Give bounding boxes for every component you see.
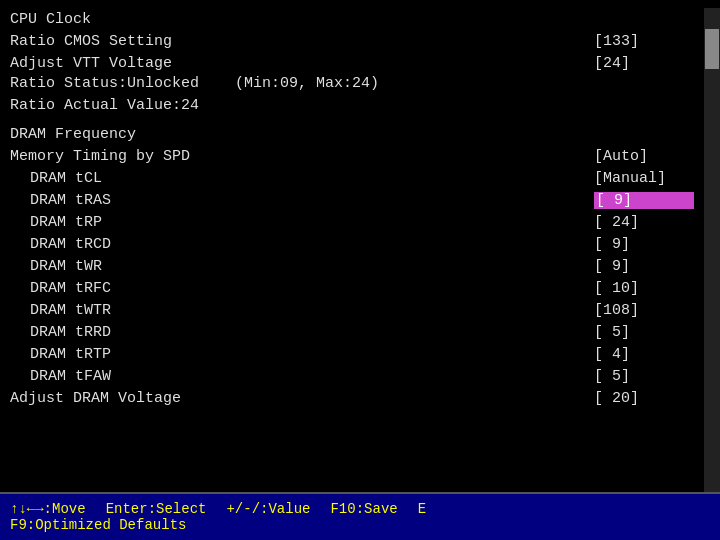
memory-timing-value: [Auto]: [594, 148, 694, 165]
dram-tcl-value: [Manual]: [594, 170, 694, 187]
dram-tfaw-value: [ 5]: [594, 368, 694, 385]
dram-tras-value: [ 9]: [594, 192, 694, 209]
dram-trfc-value: [ 10]: [594, 280, 694, 297]
dram-tcl-label: DRAM tCL: [10, 170, 102, 187]
scrollbar[interactable]: [704, 8, 720, 492]
status-bar-row1: ↑↓←→:Move Enter:Select +/-/:Value F10:Sa…: [10, 501, 710, 517]
ratio-cmos-value: [133]: [594, 33, 694, 50]
dram-trcd-row[interactable]: DRAM tRCD [ 9]: [10, 233, 694, 255]
enter-hint: Enter:Select: [106, 501, 207, 517]
dram-trrd-row[interactable]: DRAM tRRD [ 5]: [10, 321, 694, 343]
main-content: CPU Clock Ratio CMOS Setting [133] Adjus…: [0, 0, 720, 492]
adjust-dram-voltage-label: Adjust DRAM Voltage: [10, 390, 181, 407]
dram-trtp-label: DRAM tRTP: [10, 346, 111, 363]
dram-trfc-label: DRAM tRFC: [10, 280, 111, 297]
move-hint: ↑↓←→:Move: [10, 501, 86, 517]
dram-trp-row[interactable]: DRAM tRP [ 24]: [10, 211, 694, 233]
dram-frequency-label: DRAM Frequency: [10, 126, 136, 143]
dram-twtr-value: [108]: [594, 302, 694, 319]
adjust-dram-voltage-row[interactable]: Adjust DRAM Voltage [ 20]: [10, 387, 694, 409]
dram-twtr-label: DRAM tWTR: [10, 302, 111, 319]
dram-twr-label: DRAM tWR: [10, 258, 102, 275]
left-panel: CPU Clock Ratio CMOS Setting [133] Adjus…: [0, 8, 704, 492]
adjust-vtt-row[interactable]: Adjust VTT Voltage [24]: [10, 52, 694, 74]
ratio-cmos-label: Ratio CMOS Setting: [10, 33, 172, 50]
dram-trcd-label: DRAM tRCD: [10, 236, 111, 253]
dram-tras-label: DRAM tRAS: [10, 192, 111, 209]
cpu-clock-label: CPU Clock: [10, 11, 91, 28]
ratio-actual-label: Ratio Actual Value:24: [10, 97, 199, 114]
dram-trp-label: DRAM tRP: [10, 214, 102, 231]
dram-tras-row[interactable]: DRAM tRAS [ 9]: [10, 189, 694, 211]
adjust-vtt-value: [24]: [594, 55, 694, 72]
ratio-cmos-row[interactable]: Ratio CMOS Setting [133]: [10, 30, 694, 52]
bios-screen: CPU Clock Ratio CMOS Setting [133] Adjus…: [0, 0, 720, 540]
dram-twr-value: [ 9]: [594, 258, 694, 275]
dram-trrd-value: [ 5]: [594, 324, 694, 341]
dram-trtp-row[interactable]: DRAM tRTP [ 4]: [10, 343, 694, 365]
dram-tfaw-row[interactable]: DRAM tFAW [ 5]: [10, 365, 694, 387]
dram-trrd-label: DRAM tRRD: [10, 324, 111, 341]
ratio-status-row: Ratio Status:Unlocked (Min:09, Max:24): [10, 74, 694, 96]
save-hint: F10:Save: [330, 501, 397, 517]
ratio-actual-row: Ratio Actual Value:24: [10, 96, 694, 118]
status-bar-row2: F9:Optimized Defaults: [10, 517, 710, 533]
status-bar: ↑↓←→:Move Enter:Select +/-/:Value F10:Sa…: [0, 492, 720, 540]
dram-tfaw-label: DRAM tFAW: [10, 368, 111, 385]
memory-timing-row[interactable]: Memory Timing by SPD [Auto]: [10, 145, 694, 167]
dram-frequency-header: DRAM Frequency: [10, 126, 694, 143]
value-hint: +/-/:Value: [226, 501, 310, 517]
dram-trp-value: [ 24]: [594, 214, 694, 231]
dram-trtp-value: [ 4]: [594, 346, 694, 363]
scrollbar-thumb[interactable]: [705, 29, 719, 69]
adjust-vtt-label: Adjust VTT Voltage: [10, 55, 172, 72]
dram-tcl-row[interactable]: DRAM tCL [Manual]: [10, 167, 694, 189]
dram-trcd-value: [ 9]: [594, 236, 694, 253]
dram-trfc-row[interactable]: DRAM tRFC [ 10]: [10, 277, 694, 299]
memory-timing-label: Memory Timing by SPD: [10, 148, 190, 165]
ratio-status-label: Ratio Status:Unlocked (Min:09, Max:24): [10, 75, 379, 92]
cpu-clock-row: CPU Clock: [10, 8, 694, 30]
escape-hint: E: [418, 501, 426, 517]
dram-twtr-row[interactable]: DRAM tWTR [108]: [10, 299, 694, 321]
dram-twr-row[interactable]: DRAM tWR [ 9]: [10, 255, 694, 277]
adjust-dram-voltage-value: [ 20]: [594, 390, 694, 407]
optimized-hint: F9:Optimized Defaults: [10, 517, 186, 533]
